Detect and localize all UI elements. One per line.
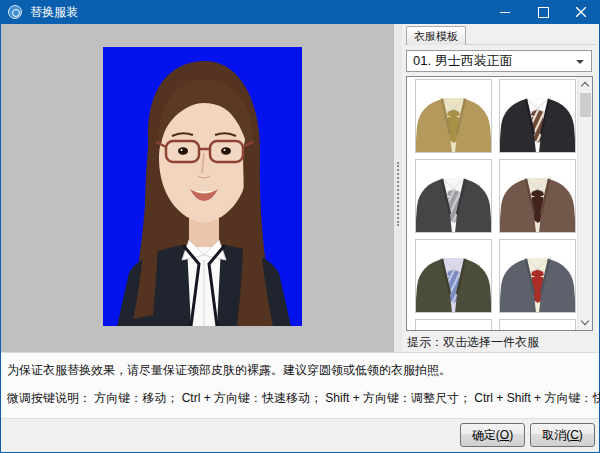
- app-icon: [8, 5, 22, 19]
- chevron-up-icon: [581, 82, 589, 90]
- template-scrollbar[interactable]: [577, 77, 592, 330]
- close-button[interactable]: [562, 0, 600, 24]
- scroll-up-button[interactable]: [578, 77, 593, 92]
- template-grid: [406, 76, 593, 331]
- template-charcoal-suit-gray-plaid-tie[interactable]: [415, 159, 492, 233]
- template-brown-suit-maroon-tie[interactable]: [499, 159, 576, 233]
- template-black-suit-striped-tie[interactable]: [499, 79, 576, 153]
- tab-clothing-template[interactable]: 衣服模板: [406, 26, 466, 45]
- category-dropdown[interactable]: 01. 男士西装正面: [406, 50, 592, 72]
- replace-clothing-dialog: 替换服装: [0, 0, 600, 453]
- instructions-area: 为保证衣服替换效果，请尽量保证颈部皮肤的裸露。建议穿圆领或低领的衣服拍照。 微调…: [1, 352, 599, 418]
- ok-button[interactable]: 确定(O): [460, 423, 525, 447]
- panel-splitter[interactable]: [394, 24, 402, 352]
- scroll-thumb[interactable]: [580, 93, 591, 117]
- cancel-button[interactable]: 取消(C): [530, 423, 595, 447]
- category-dropdown-value: 01. 男士西装正面: [413, 53, 513, 68]
- template-partial-row-left[interactable]: [415, 319, 492, 330]
- splitter-grip-icon: [397, 162, 399, 226]
- close-icon: [576, 7, 586, 17]
- clothing-template-panel: 衣服模板 01. 男士西装正面: [402, 24, 599, 352]
- template-partial-row-right[interactable]: [499, 319, 576, 330]
- template-tip-text: 提示：双击选择一件衣服: [407, 334, 539, 351]
- photo-preview-panel: [1, 24, 394, 352]
- chevron-down-icon: [581, 317, 589, 325]
- instruction-line-2: 微调按键说明： 方向键：移动； Ctrl + 方向键：快速移动； Shift +…: [7, 390, 600, 407]
- template-grid-cells: [407, 77, 577, 330]
- portrait-photo: [103, 47, 302, 326]
- window-title: 替换服装: [30, 0, 78, 24]
- template-khaki-suit-khaki-tie[interactable]: [415, 79, 492, 153]
- maximize-button[interactable]: [524, 0, 562, 24]
- scroll-down-button[interactable]: [578, 315, 593, 330]
- template-olive-suit-blue-striped-tie[interactable]: [415, 239, 492, 313]
- button-bar: 确定(O) 取消(C): [1, 418, 599, 452]
- template-gray-suit-red-tie[interactable]: [499, 239, 576, 313]
- titlebar: 替换服装: [0, 0, 600, 24]
- minimize-button[interactable]: [486, 0, 524, 24]
- instruction-line-1: 为保证衣服替换效果，请尽量保证颈部皮肤的裸露。建议穿圆领或低领的衣服拍照。: [7, 362, 451, 379]
- chevron-down-icon: [576, 60, 584, 64]
